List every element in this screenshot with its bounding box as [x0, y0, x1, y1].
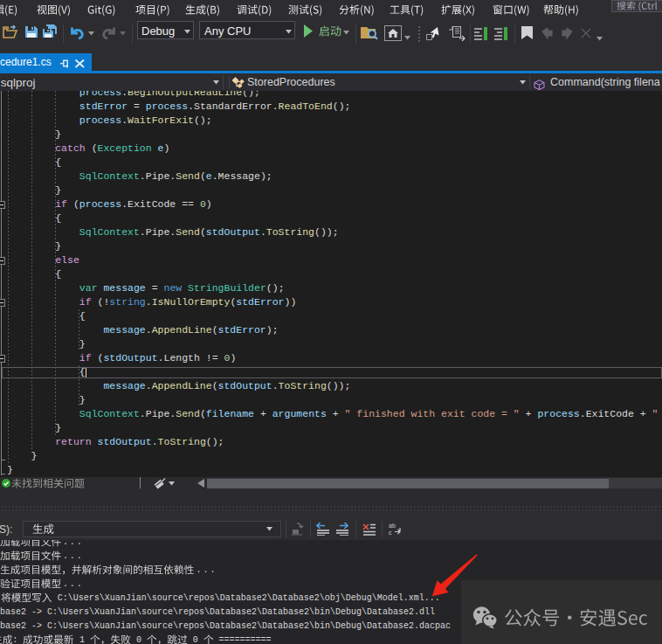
svg-text:c: c: [389, 530, 392, 536]
svg-text:ab: ab: [389, 523, 396, 529]
